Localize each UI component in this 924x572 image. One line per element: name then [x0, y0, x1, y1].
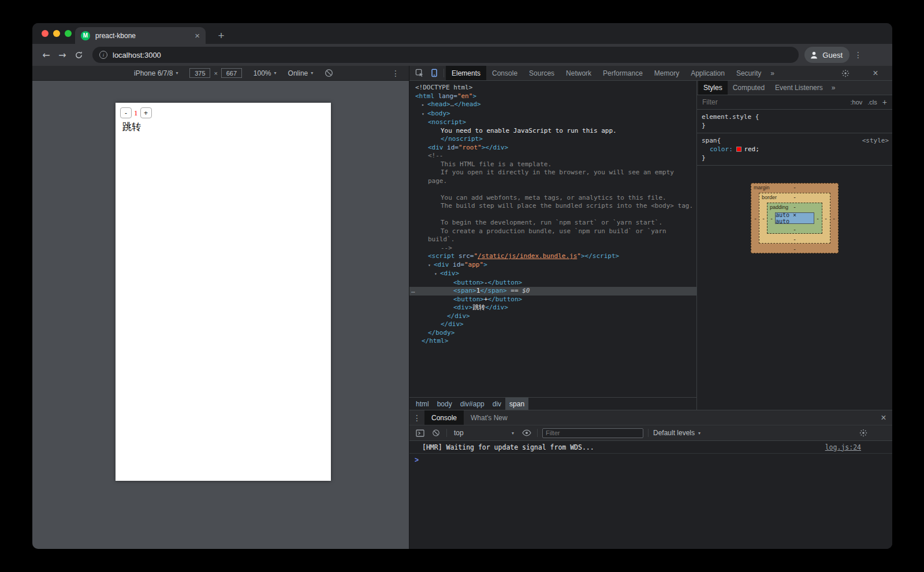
- console-settings-button[interactable]: [858, 427, 869, 439]
- devtools-settings-button[interactable]: [838, 66, 853, 80]
- margin-left-value[interactable]: -: [754, 215, 757, 222]
- zoom-select[interactable]: 100% ▾: [254, 69, 277, 77]
- border-top-value[interactable]: -: [793, 194, 796, 200]
- console-sidebar-button[interactable]: [414, 427, 426, 439]
- console-context-select[interactable]: top ▾: [452, 429, 516, 437]
- tab-sources[interactable]: Sources: [523, 66, 560, 80]
- twisty-expanded-icon[interactable]: ▾: [434, 270, 440, 279]
- breadcrumb-item-body[interactable]: body: [433, 398, 456, 410]
- browser-tab[interactable]: M preact-kbone ×: [75, 27, 206, 44]
- dom-tree-line[interactable]: The build step will place the bundled sc…: [409, 202, 696, 211]
- devtools-close-button[interactable]: ×: [868, 66, 883, 80]
- zoom-window-button[interactable]: [65, 30, 72, 37]
- dom-tree-line[interactable]: <button>+</button>: [409, 296, 696, 304]
- dom-tree-line[interactable]: ▸<head>…</head>: [409, 100, 696, 110]
- drawer-tab-console[interactable]: Console: [424, 410, 464, 425]
- drawer-menu-button[interactable]: ⋮: [409, 410, 424, 425]
- nav-link[interactable]: 跳转: [122, 121, 326, 133]
- dom-tree-line[interactable]: -->: [409, 244, 696, 253]
- style-origin-link[interactable]: <style>: [862, 136, 889, 145]
- profile-button[interactable]: Guest: [804, 47, 850, 63]
- color-swatch[interactable]: [736, 147, 742, 152]
- reload-button[interactable]: [70, 47, 87, 63]
- new-style-rule-button[interactable]: +: [882, 98, 887, 107]
- dom-tree-line[interactable]: page.: [409, 177, 696, 186]
- span-rule-section[interactable]: span { <style> color: red; }: [697, 133, 892, 166]
- css-property-name[interactable]: color: [710, 145, 729, 153]
- tab-event-listeners[interactable]: Event Listeners: [770, 81, 828, 95]
- dom-tree-line[interactable]: </html>: [409, 337, 696, 346]
- close-window-button[interactable]: [42, 30, 49, 37]
- minimize-window-button[interactable]: [53, 30, 60, 37]
- twisty-expanded-icon[interactable]: ▾: [428, 261, 434, 270]
- border-bottom-value[interactable]: -: [793, 236, 796, 242]
- tab-console[interactable]: Console: [486, 66, 523, 80]
- dom-tree-line[interactable]: To begin the development, run `npm start…: [409, 219, 696, 227]
- tab-application[interactable]: Application: [685, 66, 731, 80]
- box-model-content[interactable]: auto × auto: [775, 212, 814, 224]
- dom-tree-line[interactable]: ▾<div id="app">: [409, 261, 696, 270]
- back-button[interactable]: ←: [38, 47, 54, 63]
- device-width-input[interactable]: [189, 68, 210, 78]
- dom-tree-line[interactable]: <noscript>: [409, 118, 696, 127]
- toggle-hover-state-button[interactable]: :hov: [851, 99, 863, 106]
- more-sidebar-tabs-button[interactable]: »: [828, 81, 839, 95]
- dom-tree-line[interactable]: <!DOCTYPE html>: [409, 84, 696, 92]
- devtools-menu-button[interactable]: [853, 66, 868, 80]
- rotate-button[interactable]: [325, 69, 333, 77]
- breadcrumb-item-html[interactable]: html: [412, 398, 433, 410]
- dom-tree-line[interactable]: [409, 211, 696, 219]
- dom-tree-line[interactable]: <div>跳转</div>: [409, 304, 696, 312]
- tab-network[interactable]: Network: [560, 66, 597, 80]
- console-source-link[interactable]: log.js:24: [825, 443, 861, 451]
- dom-tree-line[interactable]: <button>-</button>: [409, 279, 696, 287]
- padding-top-value[interactable]: -: [793, 204, 796, 210]
- dom-tree-line[interactable]: This HTML file is a template.: [409, 160, 696, 169]
- dom-tree-line[interactable]: <html lang="en">: [409, 92, 696, 101]
- drawer-tab-whats-new[interactable]: What's New: [464, 410, 515, 425]
- border-right-value[interactable]: -: [824, 215, 828, 222]
- overflow-ellipsis[interactable]: …: [411, 287, 415, 296]
- log-levels-select[interactable]: Default levels ▾: [653, 429, 701, 437]
- decrement-button[interactable]: -: [120, 107, 132, 118]
- dom-tree-line[interactable]: <div id="root"></div>: [409, 144, 696, 152]
- dom-tree-line[interactable]: <!--: [409, 152, 696, 160]
- device-toolbar-menu-button[interactable]: ⋮: [387, 69, 404, 78]
- rule-selector[interactable]: span: [702, 136, 717, 145]
- padding-bottom-value[interactable]: -: [793, 226, 796, 233]
- device-select[interactable]: iPhone 6/7/8 ▾: [134, 69, 178, 77]
- drawer-close-button[interactable]: ×: [875, 410, 892, 425]
- url-text[interactable]: localhost:3000: [113, 51, 161, 59]
- tab-memory[interactable]: Memory: [649, 66, 685, 80]
- increment-button[interactable]: +: [140, 107, 152, 118]
- element-style-section[interactable]: element.style { }: [697, 110, 892, 133]
- padding-right-value[interactable]: -: [816, 215, 819, 222]
- twisty-collapsed-icon[interactable]: ▸: [422, 101, 427, 110]
- toggle-device-toolbar-button[interactable]: [427, 66, 442, 80]
- dom-tree-line[interactable]: If you open it directly in the browser, …: [409, 169, 696, 177]
- dom-tree-line-selected[interactable]: <span>1</span> == $0…: [409, 287, 696, 296]
- dom-tree-line[interactable]: </noscript>: [409, 135, 696, 144]
- more-tabs-button[interactable]: »: [767, 66, 778, 80]
- breadcrumb-item-span[interactable]: span: [505, 398, 528, 410]
- device-height-input[interactable]: [221, 68, 242, 78]
- browser-menu-button[interactable]: ⋮: [850, 50, 867, 59]
- twisty-expanded-icon[interactable]: ▾: [422, 110, 427, 119]
- breadcrumb-item-div[interactable]: div: [489, 398, 505, 410]
- console-filter-input[interactable]: [542, 428, 643, 438]
- dom-tree-line[interactable]: build`.: [409, 235, 696, 244]
- address-bar[interactable]: i localhost:3000: [92, 47, 799, 63]
- toggle-classes-button[interactable]: .cls: [867, 99, 877, 106]
- inspect-element-button[interactable]: [412, 66, 427, 80]
- styles-filter-input[interactable]: [702, 98, 845, 106]
- margin-bottom-value[interactable]: -: [793, 246, 796, 252]
- tab-styles[interactable]: Styles: [698, 81, 728, 95]
- dom-tree-line[interactable]: ▾<div>: [409, 270, 696, 279]
- dom-tree-line[interactable]: You can add webfonts, meta tags, or anal…: [409, 194, 696, 203]
- border-left-value[interactable]: -: [762, 215, 765, 222]
- dom-tree-line[interactable]: To create a production bundle, use `npm …: [409, 227, 696, 236]
- dom-tree-line[interactable]: <script src="/static/js/index.bundle.js"…: [409, 252, 696, 261]
- dom-tree-line[interactable]: </div>: [409, 312, 696, 321]
- css-property-value[interactable]: red: [744, 145, 755, 153]
- dom-tree-line[interactable]: You need to enable JavaScript to run thi…: [409, 127, 696, 136]
